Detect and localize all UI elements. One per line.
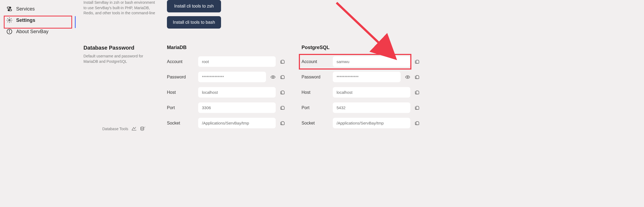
label-port: Port <box>302 105 328 110</box>
sidebar-label-settings: Settings <box>16 18 35 23</box>
mariadb-port-input[interactable] <box>198 102 276 113</box>
label-password: Password <box>302 75 328 80</box>
label-host: Host <box>167 90 194 95</box>
mariadb-password-input[interactable] <box>198 72 266 82</box>
mariadb-column: MariaDB Account Password <box>167 45 285 133</box>
sidebar-label-services: Services <box>16 6 35 12</box>
svg-point-11 <box>407 76 408 78</box>
copy-icon[interactable] <box>280 120 285 126</box>
copy-icon[interactable] <box>415 90 420 95</box>
db-description: Default username and password for MariaD… <box>83 54 151 64</box>
db-tools-label: Database Tools <box>102 127 128 131</box>
postgresql-socket-row: Socket <box>302 118 420 128</box>
postgresql-title: PostgreSQL <box>302 45 420 50</box>
label-password: Password <box>167 75 194 80</box>
label-account: Account <box>302 59 328 64</box>
copy-icon[interactable] <box>415 105 420 111</box>
svg-point-1 <box>9 7 11 9</box>
postgresql-host-row: Host <box>302 87 420 98</box>
postgresql-port-input[interactable] <box>333 102 410 113</box>
postgresql-port-row: Port <box>302 102 420 113</box>
postgresql-password-input[interactable] <box>333 72 401 82</box>
mariadb-host-row: Host <box>167 87 285 98</box>
cli-section: Install ServBay in zsh or bash environme… <box>83 0 636 29</box>
gear-icon <box>6 17 12 23</box>
copy-icon[interactable] <box>280 105 285 111</box>
postgresql-account-row: Account <box>302 56 420 67</box>
svg-point-7 <box>9 30 10 31</box>
mariadb-account-input[interactable] <box>198 56 276 67</box>
copy-icon[interactable] <box>280 59 285 64</box>
label-account: Account <box>167 59 194 64</box>
mariadb-port-row: Port <box>167 102 285 113</box>
db-left: Database Password Default username and p… <box>83 45 156 133</box>
eye-icon[interactable] <box>405 74 410 80</box>
info-icon <box>6 29 12 34</box>
sidebar-item-about[interactable]: About ServBay <box>3 26 73 37</box>
copy-icon[interactable] <box>280 74 285 80</box>
eye-icon[interactable] <box>270 74 276 80</box>
sidebar-item-services[interactable]: Services <box>3 3 73 15</box>
main-content: Install ServBay in zsh or bash environme… <box>75 0 644 207</box>
svg-point-8 <box>141 127 144 128</box>
label-host: Host <box>302 90 328 95</box>
postgresql-password-row: Password <box>302 72 420 82</box>
database-tools: Database Tools <? <box>83 126 156 133</box>
copy-icon[interactable] <box>415 59 420 64</box>
copy-icon[interactable] <box>280 90 285 95</box>
mariadb-host-input[interactable] <box>198 87 276 98</box>
install-bash-button[interactable]: Install cli tools to bash <box>167 16 221 29</box>
postgresql-host-input[interactable] <box>333 87 410 98</box>
label-socket: Socket <box>167 121 194 126</box>
label-port: Port <box>167 105 194 110</box>
copy-icon[interactable] <box>415 74 420 80</box>
copy-icon[interactable] <box>415 120 420 126</box>
cli-description: Install ServBay in zsh or bash environme… <box>83 0 156 29</box>
sidebar-label-about: About ServBay <box>16 29 48 34</box>
svg-point-4 <box>9 19 10 21</box>
postgresql-column: PostgreSQL Account Password <box>302 45 420 133</box>
mariadb-socket-input[interactable] <box>198 118 276 128</box>
phpmyadmin-icon[interactable] <box>131 126 137 132</box>
install-zsh-button[interactable]: Install cli tools to zsh <box>167 0 221 12</box>
cli-buttons: Install cli tools to zsh Install cli too… <box>167 0 221 29</box>
sidebar-item-settings[interactable]: Settings <box>3 15 73 26</box>
services-icon <box>6 6 12 12</box>
postgresql-socket-input[interactable] <box>333 118 410 128</box>
label-socket: Socket <box>302 121 328 126</box>
postgresql-account-input[interactable] <box>333 56 410 67</box>
adminer-icon[interactable]: <? <box>140 126 145 132</box>
sidebar: Services Settings About ServBay <box>0 0 75 207</box>
db-columns: MariaDB Account Password <box>167 45 636 133</box>
svg-point-10 <box>272 76 274 78</box>
svg-point-3 <box>8 9 10 11</box>
mariadb-account-row: Account <box>167 56 285 67</box>
svg-text:<?: <? <box>144 126 145 128</box>
mariadb-password-row: Password <box>167 72 285 82</box>
database-section: Database Password Default username and p… <box>83 45 636 133</box>
mariadb-socket-row: Socket <box>167 118 285 128</box>
db-title: Database Password <box>83 45 156 51</box>
mariadb-title: MariaDB <box>167 45 285 50</box>
